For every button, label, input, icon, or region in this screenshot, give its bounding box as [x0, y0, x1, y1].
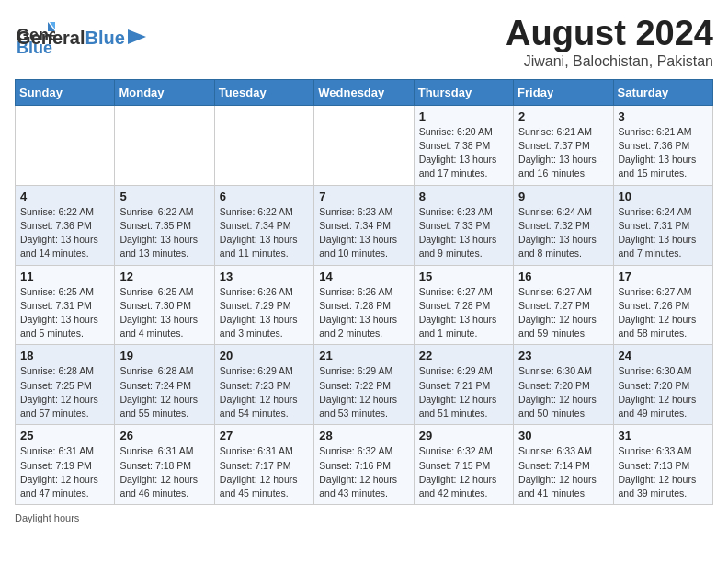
day-info: Sunrise: 6:23 AM Sunset: 7:33 PM Dayligh…	[419, 205, 508, 261]
calendar-header: SundayMondayTuesdayWednesdayThursdayFrid…	[16, 79, 713, 105]
calendar-cell: 6Sunrise: 6:22 AM Sunset: 7:34 PM Daylig…	[214, 185, 313, 265]
calendar-table: SundayMondayTuesdayWednesdayThursdayFrid…	[15, 79, 713, 505]
day-number: 16	[518, 270, 608, 283]
calendar-cell: 28Sunrise: 6:32 AM Sunset: 7:16 PM Dayli…	[314, 425, 414, 505]
day-info: Sunrise: 6:27 AM Sunset: 7:26 PM Dayligh…	[619, 285, 708, 341]
day-number: 4	[20, 190, 109, 203]
logo-general: General	[17, 28, 85, 49]
day-number: 18	[20, 349, 109, 362]
weekday-header-wednesday: Wednesday	[314, 79, 414, 105]
weekday-header-friday: Friday	[514, 79, 613, 105]
day-number: 23	[518, 349, 608, 362]
weekday-header-tuesday: Tuesday	[214, 79, 313, 105]
logo-chevron-icon	[128, 29, 146, 44]
calendar-cell: 19Sunrise: 6:28 AM Sunset: 7:24 PM Dayli…	[115, 345, 214, 425]
day-number: 29	[419, 429, 508, 442]
calendar-cell: 18Sunrise: 6:28 AM Sunset: 7:25 PM Dayli…	[16, 345, 115, 425]
weekday-header-thursday: Thursday	[414, 79, 513, 105]
day-info: Sunrise: 6:25 AM Sunset: 7:30 PM Dayligh…	[119, 285, 209, 341]
day-number: 15	[419, 270, 508, 283]
calendar-cell: 5Sunrise: 6:22 AM Sunset: 7:35 PM Daylig…	[115, 185, 214, 265]
day-number: 7	[319, 190, 408, 203]
day-number: 9	[518, 190, 608, 203]
logo: General Blue General Blue	[15, 15, 146, 49]
day-info: Sunrise: 6:22 AM Sunset: 7:34 PM Dayligh…	[220, 205, 309, 261]
day-number: 8	[419, 190, 508, 203]
calendar-body: 1Sunrise: 6:20 AM Sunset: 7:38 PM Daylig…	[16, 105, 713, 504]
page-header: General Blue General Blue August 2024 Ji…	[15, 15, 713, 70]
month-year-title: August 2024	[506, 15, 713, 53]
calendar-cell: 30Sunrise: 6:33 AM Sunset: 7:14 PM Dayli…	[514, 425, 613, 505]
calendar-cell: 2Sunrise: 6:21 AM Sunset: 7:37 PM Daylig…	[514, 105, 613, 185]
calendar-cell: 9Sunrise: 6:24 AM Sunset: 7:32 PM Daylig…	[514, 185, 613, 265]
day-info: Sunrise: 6:27 AM Sunset: 7:28 PM Dayligh…	[419, 285, 508, 341]
day-info: Sunrise: 6:33 AM Sunset: 7:13 PM Dayligh…	[619, 444, 708, 500]
calendar-week-5: 25Sunrise: 6:31 AM Sunset: 7:19 PM Dayli…	[16, 425, 713, 505]
day-info: Sunrise: 6:23 AM Sunset: 7:34 PM Dayligh…	[319, 205, 408, 261]
footer-note: Daylight hours	[15, 512, 713, 523]
weekday-header-monday: Monday	[115, 79, 214, 105]
calendar-cell	[115, 105, 214, 185]
day-info: Sunrise: 6:29 AM Sunset: 7:22 PM Dayligh…	[319, 364, 408, 420]
calendar-cell	[16, 105, 115, 185]
days-of-week-row: SundayMondayTuesdayWednesdayThursdayFrid…	[16, 79, 713, 105]
location-subtitle: Jiwani, Balochistan, Pakistan	[506, 53, 713, 70]
calendar-cell: 14Sunrise: 6:26 AM Sunset: 7:28 PM Dayli…	[314, 265, 414, 345]
calendar-cell: 29Sunrise: 6:32 AM Sunset: 7:15 PM Dayli…	[414, 425, 513, 505]
calendar-cell: 15Sunrise: 6:27 AM Sunset: 7:28 PM Dayli…	[414, 265, 513, 345]
day-number: 25	[20, 429, 109, 442]
day-info: Sunrise: 6:21 AM Sunset: 7:36 PM Dayligh…	[619, 125, 708, 181]
calendar-cell: 21Sunrise: 6:29 AM Sunset: 7:22 PM Dayli…	[314, 345, 414, 425]
day-number: 30	[518, 429, 608, 442]
day-info: Sunrise: 6:24 AM Sunset: 7:32 PM Dayligh…	[518, 205, 608, 261]
day-info: Sunrise: 6:31 AM Sunset: 7:18 PM Dayligh…	[119, 444, 209, 500]
day-number: 13	[220, 270, 309, 283]
day-info: Sunrise: 6:31 AM Sunset: 7:17 PM Dayligh…	[220, 444, 309, 500]
calendar-cell: 27Sunrise: 6:31 AM Sunset: 7:17 PM Dayli…	[214, 425, 313, 505]
day-info: Sunrise: 6:22 AM Sunset: 7:36 PM Dayligh…	[20, 205, 109, 261]
calendar-cell: 17Sunrise: 6:27 AM Sunset: 7:26 PM Dayli…	[613, 265, 712, 345]
day-info: Sunrise: 6:32 AM Sunset: 7:16 PM Dayligh…	[319, 444, 408, 500]
day-info: Sunrise: 6:27 AM Sunset: 7:27 PM Dayligh…	[518, 285, 608, 341]
calendar-cell: 1Sunrise: 6:20 AM Sunset: 7:38 PM Daylig…	[414, 105, 513, 185]
calendar-cell: 7Sunrise: 6:23 AM Sunset: 7:34 PM Daylig…	[314, 185, 414, 265]
calendar-cell: 20Sunrise: 6:29 AM Sunset: 7:23 PM Dayli…	[214, 345, 313, 425]
day-info: Sunrise: 6:29 AM Sunset: 7:21 PM Dayligh…	[419, 364, 508, 420]
day-info: Sunrise: 6:26 AM Sunset: 7:29 PM Dayligh…	[220, 285, 309, 341]
calendar-cell: 10Sunrise: 6:24 AM Sunset: 7:31 PM Dayli…	[613, 185, 712, 265]
calendar-week-3: 11Sunrise: 6:25 AM Sunset: 7:31 PM Dayli…	[16, 265, 713, 345]
day-number: 2	[518, 109, 608, 123]
calendar-cell	[314, 105, 414, 185]
day-number: 12	[119, 270, 209, 283]
weekday-header-sunday: Sunday	[16, 79, 115, 105]
day-number: 1	[419, 109, 508, 123]
day-number: 17	[619, 270, 708, 283]
title-block: August 2024 Jiwani, Balochistan, Pakista…	[506, 15, 713, 70]
calendar-cell: 16Sunrise: 6:27 AM Sunset: 7:27 PM Dayli…	[514, 265, 613, 345]
calendar-week-1: 1Sunrise: 6:20 AM Sunset: 7:38 PM Daylig…	[16, 105, 713, 185]
calendar-cell	[214, 105, 313, 185]
calendar-cell: 11Sunrise: 6:25 AM Sunset: 7:31 PM Dayli…	[16, 265, 115, 345]
day-info: Sunrise: 6:25 AM Sunset: 7:31 PM Dayligh…	[20, 285, 109, 341]
day-number: 31	[619, 429, 708, 442]
day-info: Sunrise: 6:30 AM Sunset: 7:20 PM Dayligh…	[518, 364, 608, 420]
weekday-header-saturday: Saturday	[613, 79, 712, 105]
svg-marker-4	[128, 29, 146, 44]
calendar-cell: 4Sunrise: 6:22 AM Sunset: 7:36 PM Daylig…	[16, 185, 115, 265]
day-number: 20	[220, 349, 309, 362]
logo-blue: Blue	[85, 28, 124, 49]
day-info: Sunrise: 6:30 AM Sunset: 7:20 PM Dayligh…	[619, 364, 708, 420]
day-number: 3	[619, 109, 708, 123]
day-number: 10	[619, 190, 708, 203]
day-number: 6	[220, 190, 309, 203]
calendar-cell: 25Sunrise: 6:31 AM Sunset: 7:19 PM Dayli…	[16, 425, 115, 505]
calendar-cell: 13Sunrise: 6:26 AM Sunset: 7:29 PM Dayli…	[214, 265, 313, 345]
day-info: Sunrise: 6:24 AM Sunset: 7:31 PM Dayligh…	[619, 205, 708, 261]
calendar-cell: 8Sunrise: 6:23 AM Sunset: 7:33 PM Daylig…	[414, 185, 513, 265]
day-info: Sunrise: 6:26 AM Sunset: 7:28 PM Dayligh…	[319, 285, 408, 341]
day-info: Sunrise: 6:20 AM Sunset: 7:38 PM Dayligh…	[419, 125, 508, 181]
day-number: 22	[419, 349, 508, 362]
day-info: Sunrise: 6:28 AM Sunset: 7:25 PM Dayligh…	[20, 364, 109, 420]
day-info: Sunrise: 6:32 AM Sunset: 7:15 PM Dayligh…	[419, 444, 508, 500]
calendar-cell: 12Sunrise: 6:25 AM Sunset: 7:30 PM Dayli…	[115, 265, 214, 345]
